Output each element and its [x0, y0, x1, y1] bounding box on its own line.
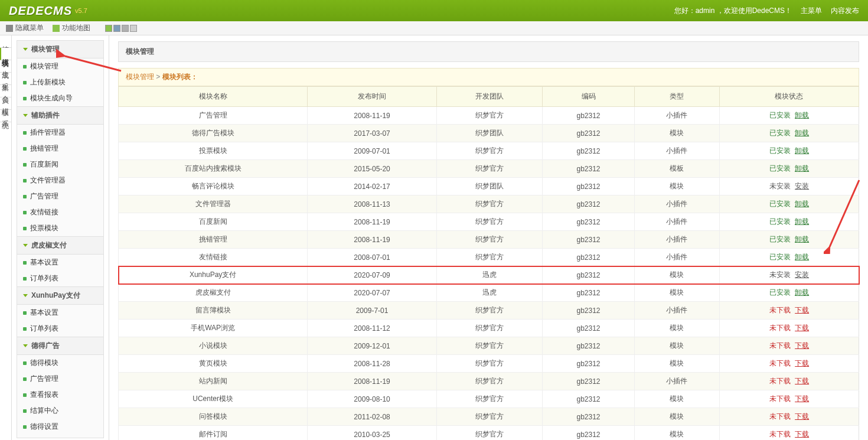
sidebar-group-header-2[interactable]: 虎皮椒支付	[17, 236, 103, 255]
sidebar-item-0-0[interactable]: 模块管理	[17, 58, 103, 74]
theme-swatch-1[interactable]	[113, 25, 120, 32]
sidebar-item-4-3[interactable]: 结算中心	[17, 403, 103, 419]
sidebar-group-header-0[interactable]: 模块管理	[17, 41, 103, 58]
theme-swatch-0[interactable]	[105, 25, 112, 32]
install-link[interactable]: 安装	[795, 270, 809, 279]
logo-version: v5.7	[75, 7, 87, 14]
uninstall-link[interactable]: 卸载	[795, 129, 809, 137]
table-row: XunhuPay支付2020-07-09迅虎gb2312模块未安装 安装	[119, 266, 859, 284]
status-label: 未下载	[769, 341, 791, 350]
sidebar-item-4-2[interactable]: 查看报表	[17, 387, 103, 403]
hide-menu-button[interactable]: 隐藏菜单	[6, 23, 44, 33]
table-row: 投票模块2009-07-01织梦官方gb2312小插件已安装 卸载	[119, 142, 859, 160]
table-body: 广告管理2008-11-19织梦官方gb2312小插件已安装 卸载德得广告模块2…	[119, 107, 859, 441]
status-label: 未下载	[769, 430, 791, 438]
download-link[interactable]: 下载	[795, 412, 809, 421]
sidebar-item-2-1[interactable]: 订单列表	[17, 270, 103, 286]
uninstall-link[interactable]: 卸载	[795, 253, 809, 261]
cell-enc: gb2312	[543, 249, 635, 266]
sidebar-item-0-1[interactable]: 上传新模块	[17, 74, 103, 90]
cell-team: 织梦官方	[436, 337, 542, 355]
cell-type: 模块	[634, 355, 719, 373]
sidebar-item-3-1[interactable]: 订单列表	[17, 321, 103, 337]
cell-team: 织梦官方	[436, 160, 542, 178]
sidebar-item-4-4[interactable]: 德得设置	[17, 419, 103, 435]
sidebar-panel: 模块管理模块管理上传新模块模块生成向导辅助插件插件管理器挑错管理百度新闻文件管理…	[17, 40, 104, 438]
download-link[interactable]: 下载	[795, 377, 809, 385]
toolbar: 隐藏菜单 功能地图	[0, 21, 868, 35]
download-link[interactable]: 下载	[795, 306, 809, 314]
cell-date: 2008-11-19	[308, 373, 437, 390]
table-row: 友情链接2008-07-01织梦官方gb2312小插件已安装 卸载	[119, 249, 859, 266]
sidebar-group-header-4[interactable]: 德得广告	[17, 337, 103, 355]
cell-enc: gb2312	[543, 213, 635, 231]
cell-team: 织梦官方	[436, 142, 542, 160]
col-header-4: 类型	[634, 87, 719, 107]
sidebar-item-1-2[interactable]: 百度新闻	[17, 157, 103, 172]
cell-name: 畅言评论模块	[119, 178, 308, 195]
sidebar-item-4-1[interactable]: 广告管理	[17, 371, 103, 387]
cell-date: 2008-11-13	[308, 195, 437, 213]
download-link[interactable]: 下载	[795, 395, 809, 403]
download-link[interactable]: 下载	[795, 430, 809, 438]
theme-swatch-2[interactable]	[122, 25, 129, 32]
theme-swatch-3[interactable]	[130, 25, 137, 32]
sidebar-group-header-1[interactable]: 辅助插件	[17, 106, 103, 125]
cell-type: 模块	[634, 337, 719, 355]
cell-type: 小插件	[634, 107, 719, 125]
uninstall-link[interactable]: 卸载	[795, 111, 809, 119]
vert-tab-2[interactable]: 生成	[0, 60, 11, 73]
sidebar-item-1-6[interactable]: 投票模块	[17, 220, 103, 236]
sidebar-item-1-0[interactable]: 插件管理器	[17, 125, 103, 141]
sidebar-group-header-3[interactable]: XunhuPay支付	[17, 286, 103, 305]
vert-tab-3[interactable]: 采集	[0, 73, 11, 85]
sidebar-item-1-1[interactable]: 挑错管理	[17, 141, 103, 157]
cell-name: 百度新闻	[119, 213, 308, 231]
download-link[interactable]: 下载	[795, 324, 809, 332]
uninstall-link[interactable]: 卸载	[795, 288, 809, 296]
sidebar: 模块管理模块管理上传新模块模块生成向导辅助插件插件管理器挑错管理百度新闻文件管理…	[12, 35, 109, 440]
cell-name: 问答模块	[119, 408, 308, 426]
vert-tab-5[interactable]: 模板	[0, 97, 11, 110]
table-row: 留言簿模块2009-7-01织梦官方gb2312小插件未下载 下载	[119, 302, 859, 320]
vert-tab-1[interactable]: 模块	[0, 48, 11, 60]
uninstall-link[interactable]: 卸载	[795, 146, 809, 155]
content-publish-link[interactable]: 内容发布	[831, 6, 859, 16]
install-link[interactable]: 安装	[795, 182, 809, 190]
download-link[interactable]: 下载	[795, 341, 809, 350]
cell-status: 未下载 下载	[719, 408, 859, 426]
uninstall-link[interactable]: 卸载	[795, 235, 809, 243]
uninstall-link[interactable]: 卸载	[795, 200, 809, 208]
sidebar-item-1-3[interactable]: 文件管理器	[17, 172, 103, 188]
sidebar-item-3-0[interactable]: 基本设置	[17, 305, 103, 321]
cell-type: 模块	[634, 178, 719, 195]
status-label: 已安装	[769, 253, 791, 261]
breadcrumb-root[interactable]: 模块管理	[126, 73, 154, 81]
main-menu-link[interactable]: 主菜单	[801, 6, 822, 16]
vert-tab-0[interactable]: 核心	[0, 35, 11, 48]
sidebar-item-1-4[interactable]: 广告管理	[17, 188, 103, 204]
sidebar-item-4-0[interactable]: 德得模块	[17, 355, 103, 371]
modules-table: 模块名称发布时间开发团队编码类型模块状态 广告管理2008-11-19织梦官方g…	[118, 86, 859, 440]
uninstall-link[interactable]: 卸载	[795, 217, 809, 226]
site-map-button[interactable]: 功能地图	[53, 23, 90, 33]
cell-enc: gb2312	[543, 408, 635, 426]
sidebar-item-2-0[interactable]: 基本设置	[17, 255, 103, 270]
status-label: 未下载	[769, 359, 791, 367]
table-row: 挑错管理2008-11-19织梦官方gb2312小插件已安装 卸载	[119, 231, 859, 249]
uninstall-link[interactable]: 卸载	[795, 164, 809, 172]
chevron-down-icon	[23, 114, 28, 117]
cell-date: 2008-07-01	[308, 249, 437, 266]
vert-tab-6[interactable]: 系统	[0, 110, 11, 122]
sidebar-item-0-2[interactable]: 模块生成向导	[17, 90, 103, 106]
table-row: 小说模块2009-12-01织梦官方gb2312模块未下载 下载	[119, 337, 859, 355]
cell-status: 已安装 卸载	[719, 107, 859, 125]
main-content: 模块管理 模块管理 > 模块列表： 模块名称发布时间开发团队编码类型模块状态 广…	[109, 35, 868, 440]
col-header-2: 开发团队	[436, 87, 542, 107]
vert-tab-4[interactable]: 会员	[0, 85, 11, 97]
sidebar-item-1-5[interactable]: 友情链接	[17, 204, 103, 220]
status-label: 未安装	[769, 182, 791, 190]
cell-status: 未下载 下载	[719, 426, 859, 441]
cell-team: 织梦官方	[436, 195, 542, 213]
download-link[interactable]: 下载	[795, 359, 809, 367]
